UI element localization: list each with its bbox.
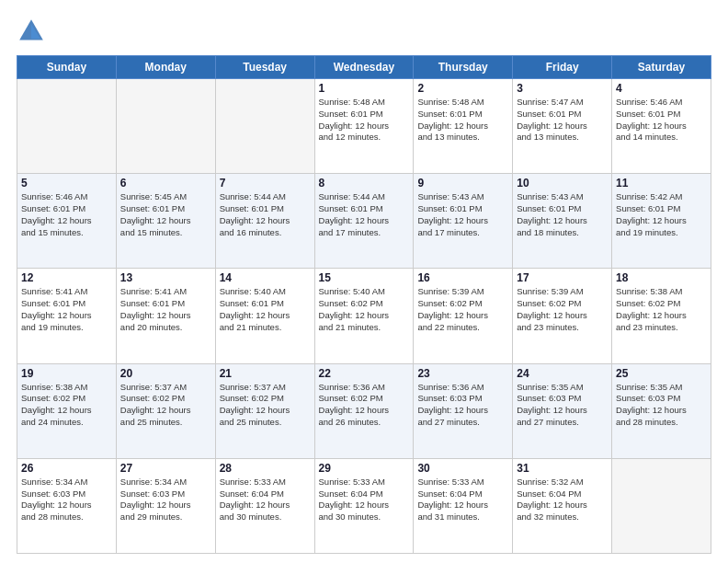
calendar-day-cell: 11Sunrise: 5:42 AM Sunset: 6:01 PM Dayli… [612, 174, 711, 269]
day-number: 17 [517, 271, 608, 284]
day-number: 31 [517, 462, 608, 475]
calendar-day-cell: 7Sunrise: 5:44 AM Sunset: 6:01 PM Daylig… [215, 174, 314, 269]
day-number: 26 [21, 462, 112, 475]
day-info: Sunrise: 5:33 AM Sunset: 6:04 PM Dayligh… [319, 477, 410, 523]
calendar-day-cell: 5Sunrise: 5:46 AM Sunset: 6:01 PM Daylig… [17, 174, 117, 269]
day-number: 15 [319, 271, 410, 284]
calendar-day-cell [17, 79, 117, 174]
calendar-day-cell: 20Sunrise: 5:37 AM Sunset: 6:02 PM Dayli… [116, 363, 215, 458]
calendar-day-cell: 17Sunrise: 5:39 AM Sunset: 6:02 PM Dayli… [513, 269, 612, 363]
day-info: Sunrise: 5:37 AM Sunset: 6:02 PM Dayligh… [220, 382, 311, 429]
day-info: Sunrise: 5:36 AM Sunset: 6:02 PM Dayligh… [319, 382, 410, 429]
day-number: 24 [517, 367, 608, 380]
day-info: Sunrise: 5:41 AM Sunset: 6:01 PM Dayligh… [120, 286, 211, 333]
day-number: 2 [417, 82, 508, 95]
day-info: Sunrise: 5:38 AM Sunset: 6:02 PM Dayligh… [616, 286, 707, 333]
day-info: Sunrise: 5:33 AM Sunset: 6:04 PM Dayligh… [220, 477, 311, 523]
calendar-day-cell: 2Sunrise: 5:48 AM Sunset: 6:01 PM Daylig… [414, 79, 513, 174]
day-number: 4 [616, 82, 707, 95]
calendar-day-cell: 15Sunrise: 5:40 AM Sunset: 6:02 PM Dayli… [314, 269, 414, 363]
day-number: 21 [220, 367, 311, 380]
day-info: Sunrise: 5:37 AM Sunset: 6:02 PM Dayligh… [120, 382, 211, 429]
day-number: 22 [319, 367, 410, 380]
calendar-day-cell: 28Sunrise: 5:33 AM Sunset: 6:04 PM Dayli… [215, 458, 314, 553]
calendar-day-cell: 10Sunrise: 5:43 AM Sunset: 6:01 PM Dayli… [513, 174, 612, 269]
day-number: 13 [120, 271, 211, 284]
day-info: Sunrise: 5:46 AM Sunset: 6:01 PM Dayligh… [21, 191, 112, 238]
day-info: Sunrise: 5:47 AM Sunset: 6:01 PM Dayligh… [517, 97, 608, 144]
calendar-week-row: 26Sunrise: 5:34 AM Sunset: 6:03 PM Dayli… [17, 458, 711, 553]
day-info: Sunrise: 5:35 AM Sunset: 6:03 PM Dayligh… [517, 382, 608, 429]
calendar: SundayMondayTuesdayWednesdayThursdayFrid… [17, 55, 711, 554]
calendar-day-cell: 1Sunrise: 5:48 AM Sunset: 6:01 PM Daylig… [314, 79, 414, 174]
day-number: 11 [616, 177, 707, 190]
calendar-day-cell: 12Sunrise: 5:41 AM Sunset: 6:01 PM Dayli… [17, 269, 117, 363]
calendar-day-cell: 21Sunrise: 5:37 AM Sunset: 6:02 PM Dayli… [215, 363, 314, 458]
day-info: Sunrise: 5:46 AM Sunset: 6:01 PM Dayligh… [616, 97, 707, 144]
day-info: Sunrise: 5:44 AM Sunset: 6:01 PM Dayligh… [220, 191, 311, 238]
day-info: Sunrise: 5:38 AM Sunset: 6:02 PM Dayligh… [21, 382, 112, 429]
day-number: 16 [417, 271, 508, 284]
calendar-day-cell: 6Sunrise: 5:45 AM Sunset: 6:01 PM Daylig… [116, 174, 215, 269]
calendar-day-cell: 23Sunrise: 5:36 AM Sunset: 6:03 PM Dayli… [414, 363, 513, 458]
calendar-week-row: 19Sunrise: 5:38 AM Sunset: 6:02 PM Dayli… [17, 363, 711, 458]
calendar-day-cell [215, 79, 314, 174]
page: SundayMondayTuesdayWednesdayThursdayFrid… [0, 0, 728, 563]
calendar-day-cell: 4Sunrise: 5:46 AM Sunset: 6:01 PM Daylig… [612, 79, 711, 174]
calendar-week-row: 12Sunrise: 5:41 AM Sunset: 6:01 PM Dayli… [17, 269, 711, 363]
calendar-header-monday: Monday [116, 56, 215, 79]
day-info: Sunrise: 5:48 AM Sunset: 6:01 PM Dayligh… [417, 97, 508, 144]
calendar-day-cell: 18Sunrise: 5:38 AM Sunset: 6:02 PM Dayli… [612, 269, 711, 363]
day-number: 3 [517, 82, 608, 95]
calendar-week-row: 5Sunrise: 5:46 AM Sunset: 6:01 PM Daylig… [17, 174, 711, 269]
calendar-day-cell: 14Sunrise: 5:40 AM Sunset: 6:01 PM Dayli… [215, 269, 314, 363]
day-number: 1 [319, 82, 410, 95]
day-number: 20 [120, 367, 211, 380]
calendar-day-cell: 9Sunrise: 5:43 AM Sunset: 6:01 PM Daylig… [414, 174, 513, 269]
calendar-header-friday: Friday [513, 56, 612, 79]
calendar-day-cell: 19Sunrise: 5:38 AM Sunset: 6:02 PM Dayli… [17, 363, 117, 458]
calendar-header-tuesday: Tuesday [215, 56, 314, 79]
calendar-day-cell: 27Sunrise: 5:34 AM Sunset: 6:03 PM Dayli… [116, 458, 215, 553]
calendar-day-cell: 30Sunrise: 5:33 AM Sunset: 6:04 PM Dayli… [414, 458, 513, 553]
calendar-header-thursday: Thursday [414, 56, 513, 79]
day-info: Sunrise: 5:36 AM Sunset: 6:03 PM Dayligh… [417, 382, 508, 429]
day-number: 10 [517, 177, 608, 190]
calendar-day-cell: 29Sunrise: 5:33 AM Sunset: 6:04 PM Dayli… [314, 458, 414, 553]
day-info: Sunrise: 5:45 AM Sunset: 6:01 PM Dayligh… [120, 191, 211, 238]
day-number: 29 [319, 462, 410, 475]
day-info: Sunrise: 5:41 AM Sunset: 6:01 PM Dayligh… [21, 286, 112, 333]
day-number: 23 [417, 367, 508, 380]
calendar-day-cell [612, 458, 711, 553]
day-info: Sunrise: 5:44 AM Sunset: 6:01 PM Dayligh… [319, 191, 410, 238]
header [17, 17, 711, 46]
day-number: 5 [21, 177, 112, 190]
day-number: 12 [21, 271, 112, 284]
day-info: Sunrise: 5:42 AM Sunset: 6:01 PM Dayligh… [616, 191, 707, 238]
day-info: Sunrise: 5:39 AM Sunset: 6:02 PM Dayligh… [417, 286, 508, 333]
calendar-day-cell: 24Sunrise: 5:35 AM Sunset: 6:03 PM Dayli… [513, 363, 612, 458]
day-number: 9 [417, 177, 508, 190]
day-info: Sunrise: 5:48 AM Sunset: 6:01 PM Dayligh… [319, 97, 410, 144]
day-number: 14 [220, 271, 311, 284]
day-number: 25 [616, 367, 707, 380]
calendar-day-cell: 25Sunrise: 5:35 AM Sunset: 6:03 PM Dayli… [612, 363, 711, 458]
calendar-day-cell: 26Sunrise: 5:34 AM Sunset: 6:03 PM Dayli… [17, 458, 117, 553]
calendar-header-saturday: Saturday [612, 56, 711, 79]
day-number: 18 [616, 271, 707, 284]
calendar-header-wednesday: Wednesday [314, 56, 414, 79]
calendar-day-cell [116, 79, 215, 174]
day-number: 27 [120, 462, 211, 475]
calendar-day-cell: 16Sunrise: 5:39 AM Sunset: 6:02 PM Dayli… [414, 269, 513, 363]
day-info: Sunrise: 5:43 AM Sunset: 6:01 PM Dayligh… [417, 191, 508, 238]
calendar-header-row: SundayMondayTuesdayWednesdayThursdayFrid… [17, 56, 711, 79]
day-info: Sunrise: 5:35 AM Sunset: 6:03 PM Dayligh… [616, 382, 707, 429]
day-number: 30 [417, 462, 508, 475]
day-number: 6 [120, 177, 211, 190]
calendar-week-row: 1Sunrise: 5:48 AM Sunset: 6:01 PM Daylig… [17, 79, 711, 174]
day-info: Sunrise: 5:34 AM Sunset: 6:03 PM Dayligh… [120, 477, 211, 523]
day-info: Sunrise: 5:33 AM Sunset: 6:04 PM Dayligh… [417, 477, 508, 523]
svg-marker-1 [31, 24, 40, 39]
day-info: Sunrise: 5:39 AM Sunset: 6:02 PM Dayligh… [517, 286, 608, 333]
day-info: Sunrise: 5:40 AM Sunset: 6:01 PM Dayligh… [220, 286, 311, 333]
